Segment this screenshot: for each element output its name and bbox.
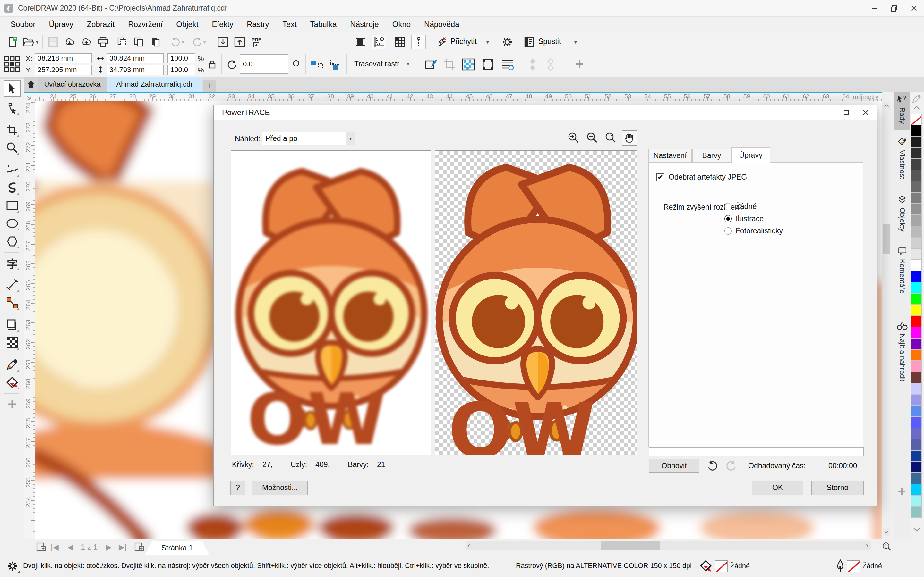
interactive-fill-tool[interactable]	[5, 375, 20, 390]
prev-page-icon[interactable]: ◀	[67, 543, 73, 552]
options-gear-icon[interactable]	[500, 35, 515, 49]
pan-hand-icon[interactable]	[622, 130, 637, 145]
y-position-field[interactable]: 257.205 mm	[35, 65, 92, 75]
zoom-tool[interactable]	[5, 140, 20, 155]
artistic-media-tool[interactable]	[5, 180, 20, 195]
dialog-tab-0[interactable]: Nastavení	[648, 149, 692, 162]
palette-swatch-0f3d99[interactable]	[911, 450, 922, 462]
outline-none-swatch[interactable]	[847, 560, 860, 572]
menu-item-0[interactable]: Soubor	[4, 17, 42, 32]
palette-swatch-ff0000[interactable]	[911, 316, 922, 327]
palette-swatch-0a1172[interactable]	[911, 462, 922, 473]
cancel-button[interactable]: Storno	[811, 480, 864, 495]
wrap-text-icon[interactable]	[526, 58, 539, 71]
add-property-icon[interactable]	[574, 59, 585, 69]
export-icon[interactable]	[232, 35, 247, 49]
lock-ratio-icon[interactable]	[208, 60, 216, 69]
preview-before[interactable]	[231, 150, 431, 455]
cloud-download-icon[interactable]	[62, 35, 77, 49]
polygon-tool[interactable]	[5, 234, 20, 249]
crop-bitmap-icon[interactable]	[443, 58, 456, 71]
palette-swatch-ffff00[interactable]	[911, 305, 922, 316]
menu-item-8[interactable]: Tabulka	[304, 17, 344, 32]
trace-bitmap-button[interactable]: Trasovat rastr	[354, 60, 399, 68]
menu-item-9[interactable]: Nástroje	[343, 17, 385, 32]
vertical-scroll-thumb[interactable]	[883, 224, 890, 254]
trace-redo-icon[interactable]	[724, 459, 738, 473]
palette-swatch-8fc5c0[interactable]	[911, 506, 922, 518]
launch-app-icon[interactable]	[522, 35, 536, 49]
scroll-up-icon[interactable]	[883, 102, 890, 110]
palette-swatch-0000ff[interactable]	[911, 271, 922, 282]
scroll-left-icon[interactable]: ‹	[468, 542, 470, 550]
palette-swatch-00ccff[interactable]	[911, 484, 922, 495]
palette-swatch-e6e6e6[interactable]	[911, 248, 922, 259]
dialog-maximize-icon[interactable]	[840, 107, 853, 118]
launch-label[interactable]: Spustit	[538, 37, 561, 46]
palette-swatch-9ef3f3[interactable]	[911, 495, 922, 506]
horizontal-ruler[interactable]: 2425262728293031323334353637383940414243…	[35, 93, 882, 101]
jpeg-artifacts-row[interactable]: ✔ Odebrat artefakty JPEG	[656, 173, 747, 181]
docker-tab-binoculars[interactable]: Najít a nahradit	[894, 319, 910, 393]
status-gear-icon[interactable]	[6, 560, 19, 572]
palette-swatch-ff9bbe[interactable]	[911, 361, 922, 372]
document-tab-0[interactable]: Uvítací obrazovka	[38, 77, 107, 92]
add-page-icon[interactable]	[36, 542, 45, 552]
document-tab-1[interactable]: Ahmad Zahraturrafiq.cdr	[107, 77, 202, 92]
redo-dropdown-caret[interactable]: ▾	[204, 40, 206, 45]
freehand-tool[interactable]	[5, 162, 20, 177]
dialog-close-icon[interactable]	[859, 107, 872, 118]
print-icon[interactable]	[95, 35, 110, 49]
palette-swatch-a6a6a6[interactable]	[911, 215, 922, 226]
palette-swatch-5a5aff[interactable]	[911, 417, 922, 428]
menu-item-7[interactable]: Text	[276, 17, 304, 32]
radio-unselected-icon[interactable]	[724, 227, 732, 235]
object-height-field[interactable]: 34.793 mm	[107, 65, 164, 75]
scroll-down-icon[interactable]	[883, 528, 890, 536]
snap-label[interactable]: Přichytit	[451, 37, 477, 46]
palette-swatch-424242[interactable]	[911, 159, 922, 170]
jpeg-artifacts-checkbox[interactable]: ✔	[656, 173, 664, 181]
upsample-option-1[interactable]: Ilustrace	[724, 213, 783, 225]
palette-swatch-2e2e2e[interactable]	[911, 147, 922, 159]
palette-swatch-929292[interactable]	[911, 203, 922, 215]
zoom-in-icon[interactable]	[566, 130, 582, 145]
page-tab[interactable]: Stránka 1	[145, 541, 209, 555]
menu-item-6[interactable]: Rastry	[240, 17, 276, 32]
palette-swatch-00ff00[interactable]	[911, 293, 922, 305]
ellipse-tool[interactable]	[5, 216, 20, 231]
x-position-field[interactable]: 38.218 mm	[35, 53, 92, 63]
palette-swatch-none[interactable]	[911, 114, 922, 125]
upsample-option-0[interactable]: Žádné	[724, 200, 783, 213]
scale-v-field[interactable]: 100.0	[168, 65, 195, 75]
palette-swatch-ff00ff[interactable]	[911, 327, 922, 338]
menu-item-5[interactable]: Efekty	[205, 17, 240, 32]
copy-icon[interactable]	[132, 35, 146, 49]
guidelines-toggle-icon[interactable]	[411, 35, 426, 49]
launch-dropdown-caret[interactable]: ▾	[574, 40, 577, 45]
straighten-image-icon[interactable]	[501, 58, 514, 71]
menu-item-4[interactable]: Objekt	[170, 17, 205, 32]
object-width-field[interactable]: 30.824 mm	[107, 53, 164, 63]
shape-tool[interactable]	[5, 100, 20, 116]
add-page-icon-2[interactable]	[134, 542, 144, 552]
trace-undo-icon[interactable]	[705, 459, 719, 473]
wrap-text-2-icon[interactable]	[544, 58, 557, 71]
transparency-tool[interactable]	[5, 335, 20, 350]
grid-toggle-icon[interactable]	[393, 35, 407, 49]
preview-mode-combo[interactable]: Před a po ▾	[262, 132, 355, 145]
palette-swatch-ffffff[interactable]	[911, 259, 922, 271]
new-document-tab[interactable]: +	[204, 80, 216, 92]
cut-icon[interactable]	[115, 35, 129, 49]
upsample-option-2[interactable]: Fotorealisticky	[724, 225, 783, 237]
last-page-icon[interactable]: ▶|	[119, 543, 127, 552]
maximize-button[interactable]	[884, 0, 904, 17]
reset-button[interactable]: Obnovit	[649, 459, 699, 473]
docker-tab-objects[interactable]: Objekty	[894, 192, 910, 240]
palette-swatch-bababa[interactable]	[911, 226, 922, 237]
rulers-toggle-icon[interactable]	[372, 35, 386, 49]
paste-icon[interactable]	[148, 35, 163, 49]
palette-swatch-7e7e7e[interactable]	[911, 192, 922, 203]
redo-icon[interactable]	[190, 35, 205, 49]
radio-selected-icon[interactable]	[724, 215, 732, 222]
